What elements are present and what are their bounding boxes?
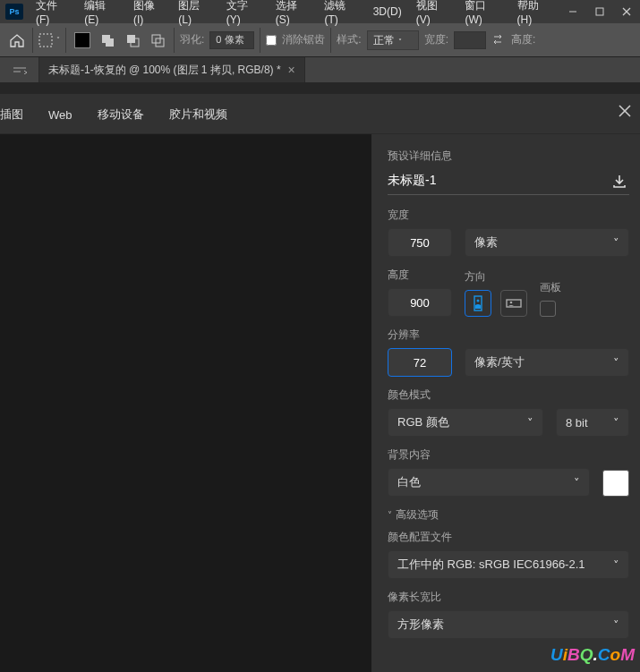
canvas-area	[0, 82, 640, 94]
feather-label: 羽化:	[180, 32, 204, 47]
document-name-input[interactable]	[388, 174, 610, 188]
width-unit-select[interactable]: 像素˅	[465, 228, 629, 257]
tab-web[interactable]: Web	[48, 108, 73, 125]
artboard-checkbox[interactable]	[540, 301, 556, 317]
chevron-down-icon: ˅	[613, 236, 619, 250]
menu-type[interactable]: 文字(Y)	[219, 0, 269, 23]
document-tab-title: 未标题-1-恢复的 @ 100% (图层 1 拷贝, RGB/8) *	[48, 63, 281, 78]
new-document-dialog: 插图 Web 移动设备 胶片和视频 预设详细信息 宽度 像素˅	[0, 94, 640, 672]
chevron-down-icon: ˅	[56, 36, 60, 44]
preset-preview-area	[0, 134, 371, 672]
height-field-label: 高度	[388, 268, 452, 283]
tab-illustration[interactable]: 插图	[0, 106, 23, 126]
chevron-down-icon: ˅	[398, 38, 402, 46]
chevron-down-icon: ˅	[613, 356, 619, 370]
color-mode-select[interactable]: RGB 颜色˅	[388, 408, 543, 437]
close-tab-icon[interactable]: ×	[288, 63, 295, 77]
home-icon[interactable]	[7, 30, 27, 50]
width-field[interactable]	[388, 228, 452, 257]
feather-input[interactable]	[209, 31, 254, 49]
background-label: 背景内容	[388, 447, 629, 463]
chevron-down-icon: ˅	[388, 510, 392, 520]
chevron-down-icon: ˅	[527, 416, 533, 430]
background-select[interactable]: 白色˅	[388, 468, 590, 497]
menu-view[interactable]: 视图(V)	[409, 0, 458, 23]
height-field[interactable]	[388, 288, 452, 317]
options-bar: ˅ 羽化: 消除锯齿 样式: 正常˅ 宽度: 高度:	[0, 23, 640, 57]
separator	[32, 28, 33, 53]
new-selection-icon[interactable]	[72, 30, 93, 51]
close-window-button[interactable]	[613, 0, 640, 23]
separator	[65, 28, 66, 53]
dialog-body: 预设详细信息 宽度 像素˅ 高度 方向	[0, 133, 640, 672]
bit-depth-select[interactable]: 8 bit˅	[556, 408, 629, 437]
advanced-toggle[interactable]: ˅ 高级选项	[388, 507, 629, 523]
width-field-label: 宽度	[388, 208, 629, 223]
window-controls	[559, 0, 640, 23]
svg-point-16	[510, 302, 513, 304]
resolution-unit-select[interactable]: 像素/英寸˅	[465, 348, 629, 377]
watermark: UiBQ.CoM	[550, 645, 635, 665]
menu-image[interactable]: 图像(I)	[126, 0, 171, 23]
orientation-portrait[interactable]	[465, 290, 491, 317]
marquee-mode-icon[interactable]: ˅	[38, 30, 60, 51]
menu-3d[interactable]: 3D(D)	[366, 0, 409, 23]
svg-rect-4	[39, 34, 52, 47]
subtract-selection-icon[interactable]	[122, 30, 143, 51]
separator	[174, 28, 175, 53]
add-selection-icon[interactable]	[97, 30, 118, 51]
antialias-checkbox[interactable]	[266, 35, 277, 46]
background-color-swatch[interactable]	[602, 470, 629, 497]
dialog-tabs: 插图 Web 移动设备 胶片和视频	[0, 94, 640, 133]
menu-select[interactable]: 选择(S)	[269, 0, 318, 23]
menu-file[interactable]: 文件(F)	[29, 0, 77, 23]
preset-details-panel: 预设详细信息 宽度 像素˅ 高度 方向	[371, 134, 640, 672]
separator	[260, 28, 260, 53]
tab-mobile[interactable]: 移动设备	[98, 106, 144, 126]
menu-help[interactable]: 帮助(H)	[510, 0, 559, 23]
svg-rect-6	[106, 38, 114, 47]
selection-mode-group	[72, 30, 168, 51]
profile-label: 颜色配置文件	[388, 530, 629, 545]
color-mode-label: 颜色模式	[388, 387, 629, 403]
antialias-label: 消除锯齿	[282, 32, 325, 47]
tab-film-video[interactable]: 胶片和视频	[169, 106, 227, 126]
save-preset-icon[interactable]	[610, 171, 629, 191]
menu-filter[interactable]: 滤镜(T)	[317, 0, 365, 23]
close-dialog-button[interactable]	[615, 101, 635, 121]
height-label: 高度:	[511, 32, 535, 47]
resolution-field[interactable]	[388, 348, 452, 377]
svg-point-14	[477, 300, 480, 302]
document-tab[interactable]: 未标题-1-恢复的 @ 100% (图层 1 拷贝, RGB/8) * ×	[39, 57, 305, 82]
separator	[330, 28, 331, 53]
artboard-label: 画板	[540, 280, 561, 295]
menu-layer[interactable]: 图层(L)	[171, 0, 219, 23]
minimize-button[interactable]	[559, 0, 586, 23]
style-label: 样式:	[337, 32, 361, 47]
chevron-down-icon: ˅	[574, 476, 580, 489]
intersect-selection-icon[interactable]	[147, 30, 168, 51]
panel-toggle-icon[interactable]	[0, 57, 39, 82]
resolution-label: 分辨率	[388, 327, 629, 343]
document-tabbar: 未标题-1-恢复的 @ 100% (图层 1 拷贝, RGB/8) * ×	[0, 57, 640, 82]
svg-rect-1	[596, 8, 603, 15]
aspect-label: 像素长宽比	[388, 590, 629, 605]
width-label: 宽度:	[424, 32, 448, 47]
chevron-down-icon: ˅	[613, 618, 619, 632]
app-logo: Ps	[5, 4, 23, 20]
color-profile-select[interactable]: 工作中的 RGB: sRGB IEC61966-2.1˅	[388, 550, 629, 579]
preset-header: 预设详细信息	[388, 149, 629, 164]
width-input[interactable]	[454, 31, 486, 49]
pixel-aspect-select[interactable]: 方形像素˅	[388, 610, 629, 639]
chevron-down-icon: ˅	[613, 416, 619, 430]
menu-edit[interactable]: 编辑(E)	[77, 0, 126, 23]
menubar: 文件(F) 编辑(E) 图像(I) 图层(L) 文字(Y) 选择(S) 滤镜(T…	[29, 0, 559, 23]
orientation-label: 方向	[465, 269, 527, 285]
swap-icon[interactable]	[491, 33, 506, 47]
menu-window[interactable]: 窗口(W)	[457, 0, 509, 23]
style-select[interactable]: 正常˅	[367, 30, 419, 50]
titlebar: Ps 文件(F) 编辑(E) 图像(I) 图层(L) 文字(Y) 选择(S) 滤…	[0, 0, 640, 23]
maximize-button[interactable]	[586, 0, 613, 23]
chevron-down-icon: ˅	[613, 558, 619, 572]
orientation-landscape[interactable]	[500, 290, 527, 317]
